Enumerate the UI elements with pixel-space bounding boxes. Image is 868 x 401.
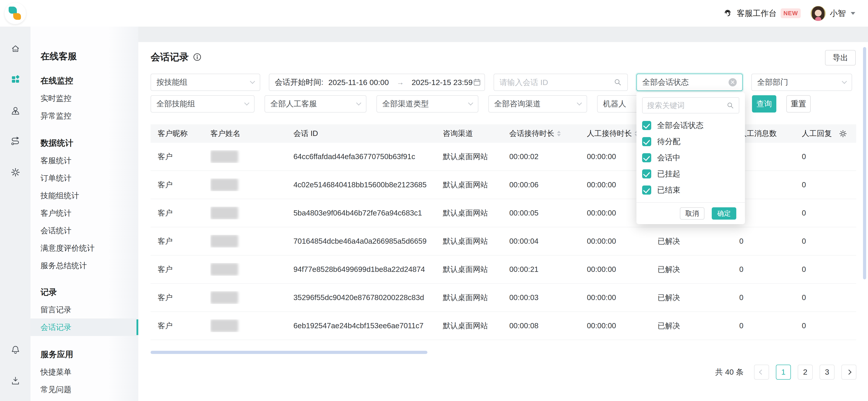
sidebar-item-skillgroup-stats[interactable]: 技能组统计 [30,187,138,204]
horizontal-scrollbar[interactable] [151,351,427,354]
chevron-down-icon [842,79,847,84]
status-dropdown-panel: 全部会话状态 待分配 会话中 已挂起 已结束 取消 确定 [637,92,745,224]
col-session-duration[interactable]: 会话接待时长 [509,128,587,139]
date-start-value[interactable]: 2025-11-16 00:00 [328,78,389,87]
route-icon[interactable] [10,136,21,146]
checkbox-checked-icon[interactable] [642,153,651,162]
sidebar-item-faq[interactable]: 常见问题 [30,381,138,398]
status-option-all[interactable]: 全部会话状态 [637,117,745,133]
skill-group-select[interactable]: 全部技能组 [151,95,254,112]
app-logo[interactable] [5,3,26,24]
sidebar-item-customer-stats[interactable]: 客户统计 [30,204,138,222]
table-row[interactable]: 客户 64cc6ffafdad44efa36770750b63f91c 默认桌面… [151,143,856,171]
main-content: 会话记录 导出 按技能组 会话开始时间: 2025-11-16 00:00 → … [138,42,868,401]
dropdown-search-input[interactable] [647,101,726,110]
search-icon[interactable] [614,78,622,87]
sort-icon[interactable] [557,131,561,136]
export-button[interactable]: 导出 [825,50,856,65]
agent-select[interactable]: 全部人工客服 [265,95,367,112]
user-avatar[interactable] [811,6,826,21]
checkbox-checked-icon[interactable] [642,186,651,195]
bell-icon[interactable] [10,345,21,355]
info-icon[interactable] [193,53,202,61]
vertical-scrollbar[interactable] [863,47,866,279]
page-button-2[interactable]: 2 [798,365,813,380]
sidebar-item-abnormal-monitor[interactable]: 异常监控 [30,107,138,125]
col-customer-nickname: 客户昵称 [158,128,210,139]
checkbox-checked-icon[interactable] [642,169,651,178]
department-select[interactable]: 全部部门 [751,74,852,91]
topbar: 客服工作台 NEW 小智 [0,0,868,27]
status-option-ended[interactable]: 已结束 [637,182,745,198]
sidebar-section-service-apps: 服务应用 [30,346,138,363]
table-header-row: 客户昵称 客户姓名 会话 ID 咨询渠道 会话接待时长 人工接待时长 人工消息数… [151,124,856,143]
sidebar-item-quick-menu[interactable]: 快捷菜单 [30,363,138,381]
status-option-suspended[interactable]: 已挂起 [637,166,745,182]
chevron-left-icon [759,369,764,375]
sidebar-item-session-records[interactable]: 会话记录 [30,319,138,336]
sidebar-item-order-stats[interactable]: 订单统计 [30,169,138,187]
sidebar-section-statistics: 数据统计 [30,134,138,152]
query-button[interactable]: 查询 [752,95,776,112]
redacted-name [210,320,238,332]
caret-down-icon[interactable] [851,12,855,15]
sidebar-app-title: 在线客服 [30,49,138,63]
table-row[interactable]: 客户 5ba4803e9f064b46b72fe76a94c683c1 默认桌面… [151,199,856,227]
group-by-select[interactable]: 按技能组 [151,74,260,91]
table-row[interactable]: 客户 70164854dcbe46a4a0a266985a5d6659 默认桌面… [151,227,856,256]
chevron-down-icon [356,100,362,105]
page-title: 会话记录 [151,51,189,63]
checkbox-checked-icon[interactable] [642,137,651,146]
calendar-icon[interactable] [473,78,481,87]
gear-icon[interactable] [10,167,21,177]
next-page-button[interactable] [841,365,857,380]
date-range-picker[interactable]: 会话开始时间: 2025-11-16 00:00 → 2025-12-15 23… [269,74,485,91]
sidebar-section-records: 记录 [30,283,138,301]
sidebar-item-realtime-monitor[interactable]: 实时监控 [30,90,138,107]
channel-type-select[interactable]: 全部渠道类型 [376,95,478,112]
clear-circle-icon[interactable]: ✕ [728,78,737,87]
dropdown-cancel-button[interactable]: 取消 [680,207,705,220]
prev-page-button[interactable] [754,365,769,380]
sidebar-item-satisfaction-stats[interactable]: 满意度评价统计 [30,239,138,257]
home-icon[interactable] [10,44,21,54]
new-badge: NEW [781,8,801,18]
sidebar-item-message-records[interactable]: 留言记录 [30,301,138,319]
session-id-input[interactable] [499,78,614,87]
table-row[interactable]: 客户 35296f55dc90420e876780200228c83d 默认桌面… [151,284,856,312]
pagination: 共 40 条 1 2 3 [715,362,857,382]
page-button-3[interactable]: 3 [819,365,835,380]
agent-person-icon[interactable] [10,106,21,116]
table-row[interactable]: 客户 94f77e8528b6499699d1be8a22d24874 默认桌面… [151,256,856,284]
redacted-name [210,207,238,220]
sidebar-item-session-stats[interactable]: 会话统计 [30,222,138,239]
status-option-pending[interactable]: 待分配 [637,133,745,149]
logo-orange-shape [13,13,21,20]
session-table: 客户昵称 客户姓名 会话 ID 咨询渠道 会话接待时长 人工接待时长 人工消息数… [151,124,856,340]
headset-agent-icon [723,8,733,19]
table-row[interactable]: 客户 6eb192547ae24b4cbf153ee6ae7011c7 默认桌面… [151,312,856,340]
dashboard-grid-icon[interactable] [10,74,21,85]
date-range-label: 会话开始时间: [275,77,323,88]
checkbox-checked-icon[interactable] [642,121,651,130]
session-status-select[interactable]: 全部会话状态 ✕ [637,74,743,91]
table-settings-gear-icon[interactable] [839,129,856,138]
search-icon [726,102,734,109]
user-name[interactable]: 小智 [830,8,846,19]
chevron-down-icon [577,100,582,105]
date-end-value[interactable]: 2025-12-15 23:59 [411,78,472,87]
sidebar-item-service-summary-stats[interactable]: 服务总结统计 [30,257,138,274]
page-button-1[interactable]: 1 [776,365,791,380]
reset-button[interactable]: 重置 [786,95,811,112]
download-icon[interactable] [10,375,21,386]
status-option-in-session[interactable]: 会话中 [637,149,745,166]
chevron-right-icon [846,369,851,375]
sidebar-item-agent-stats[interactable]: 客服统计 [30,152,138,169]
consult-channel-select[interactable]: 全部咨询渠道 [488,95,587,112]
sidebar: 在线客服 在线监控 实时监控 异常监控 数据统计 客服统计 订单统计 技能组统计… [30,27,138,401]
workbench-link[interactable]: 客服工作台 [737,8,777,19]
dropdown-search-wrap [642,97,739,113]
dropdown-confirm-button[interactable]: 确定 [712,207,736,220]
table-row[interactable]: 客户 4c02e5146840418bb15600b8e2123685 默认桌面… [151,171,856,199]
col-consult-channel: 咨询渠道 [443,128,509,139]
